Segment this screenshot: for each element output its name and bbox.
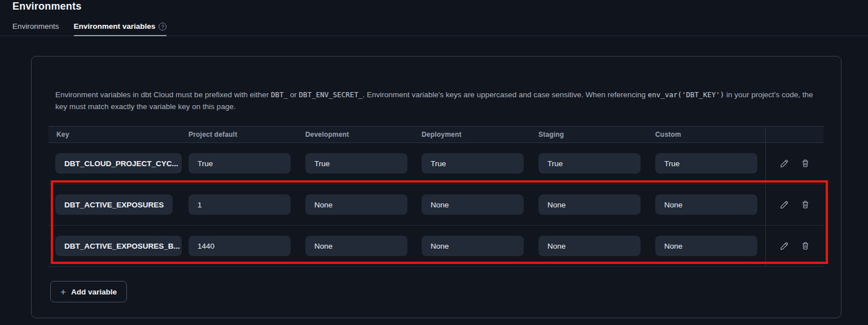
- tab-environment-variables[interactable]: Environment variables ?: [74, 22, 167, 36]
- trash-icon: [800, 200, 810, 210]
- column-header-custom: Custom: [655, 131, 765, 138]
- development-value: None: [305, 194, 407, 215]
- environment-variables-card: Environment variables in dbt Cloud must …: [31, 56, 841, 318]
- tab-environments[interactable]: Environments: [12, 22, 59, 36]
- description-part-2: or: [288, 90, 299, 99]
- table-row: DBT_CLOUD_PROJECT_CYC... True True True …: [49, 143, 823, 184]
- deployment-value: True: [422, 153, 524, 174]
- row-actions: [765, 184, 823, 225]
- custom-value: None: [655, 194, 757, 215]
- pencil-icon: [779, 158, 790, 168]
- tab-environment-variables-label: Environment variables: [74, 22, 156, 31]
- tab-bar: Environments Environment variables ?: [0, 23, 868, 36]
- variable-key-chip: DBT_ACTIVE_EXPOSURES_B...: [55, 236, 182, 256]
- code-dbt-prefix: DBT_: [271, 90, 288, 99]
- column-header-key: Key: [49, 131, 188, 138]
- description-part-3: . Environment variable's keys are upperc…: [362, 90, 647, 99]
- add-variable-label: Add variable: [71, 288, 117, 296]
- pencil-icon: [779, 241, 790, 251]
- pencil-icon: [779, 200, 790, 210]
- delete-variable-button[interactable]: [799, 157, 812, 170]
- project-default-value: 1: [188, 194, 291, 215]
- custom-value: None: [655, 236, 757, 256]
- staging-value: True: [538, 153, 641, 174]
- row-actions: [765, 143, 823, 184]
- staging-value: None: [538, 194, 641, 215]
- edit-variable-button[interactable]: [778, 198, 791, 211]
- column-header-staging: Staging: [538, 131, 655, 138]
- environments-page: Environments Environments Environment va…: [0, 0, 868, 325]
- variable-key-chip: DBT_ACTIVE_EXPOSURES: [55, 194, 173, 215]
- column-header-development: Development: [305, 131, 422, 138]
- deployment-value: None: [422, 194, 524, 215]
- trash-icon: [800, 241, 810, 251]
- tab-environments-label: Environments: [12, 22, 59, 31]
- edit-variable-button[interactable]: [778, 240, 791, 252]
- row-actions: [765, 226, 823, 266]
- column-header-project-default: Project default: [188, 131, 305, 138]
- help-icon[interactable]: ?: [159, 23, 166, 31]
- variables-table: Key Project default Development Deployme…: [49, 126, 823, 267]
- column-header-deployment: Deployment: [422, 131, 538, 138]
- edit-variable-button[interactable]: [778, 157, 791, 170]
- code-dbt-env-secret-prefix: DBT_ENV_SECRET_: [299, 90, 363, 99]
- code-env-var-example: env_var('DBT_KEY'): [648, 90, 724, 99]
- custom-value: True: [655, 153, 757, 174]
- deployment-value: None: [422, 236, 524, 256]
- column-header-actions: [765, 127, 823, 142]
- staging-value: None: [538, 236, 641, 256]
- project-default-value: 1440: [188, 236, 291, 256]
- table-header-row: Key Project default Development Deployme…: [49, 126, 823, 143]
- page-title: Environments: [12, 1, 81, 12]
- development-value: True: [305, 153, 407, 174]
- table-row: DBT_ACTIVE_EXPOSURES 1 None None None No…: [49, 184, 823, 226]
- development-value: None: [305, 236, 407, 256]
- plus-icon: +: [60, 287, 66, 297]
- table-row: DBT_ACTIVE_EXPOSURES_B... 1440 None None…: [49, 226, 823, 267]
- description-part-1: Environment variables in dbt Cloud must …: [55, 90, 271, 99]
- project-default-value: True: [188, 153, 291, 174]
- trash-icon: [800, 158, 810, 168]
- add-variable-button[interactable]: + Add variable: [50, 281, 127, 302]
- variable-key-chip: DBT_CLOUD_PROJECT_CYC...: [55, 153, 182, 174]
- description-text: Environment variables in dbt Cloud must …: [55, 89, 823, 112]
- delete-variable-button[interactable]: [799, 198, 812, 211]
- delete-variable-button[interactable]: [799, 240, 812, 252]
